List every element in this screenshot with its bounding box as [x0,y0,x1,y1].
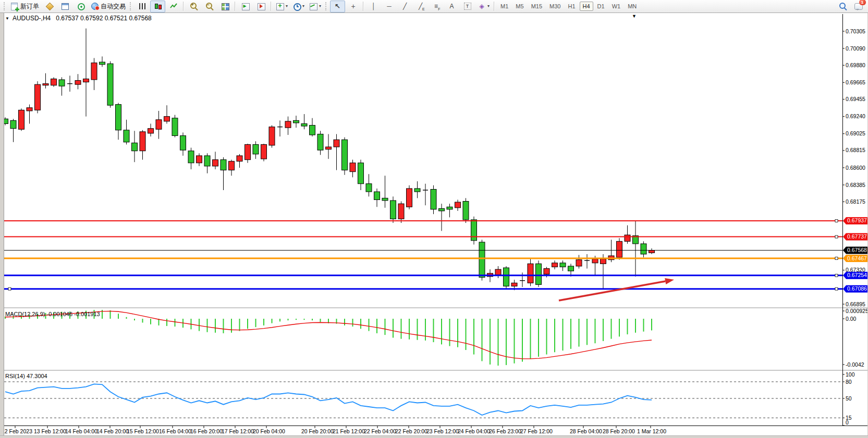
autotrade-button[interactable]: 自动交易 [89,1,128,12]
bull-candle [649,251,655,253]
timeframe-M1[interactable]: M1 [497,2,511,11]
timeframe-M5[interactable]: M5 [512,2,527,11]
horizontal-line-button[interactable]: ─ [382,1,397,12]
bear-candle [172,118,178,136]
vertical-line-button[interactable]: │ [366,1,381,12]
text-button[interactable]: A [444,1,459,12]
search-button[interactable] [835,1,850,12]
timeframe-M30[interactable]: M30 [546,2,564,11]
chart-title-bar[interactable]: ▼ AUDUSD-,H4 0.67537 0.67592 0.67521 0.6… [5,14,156,22]
crosshair-button[interactable]: + [346,1,361,12]
notifications-button[interactable]: 1 [851,1,866,12]
ohlc-values: 0.67537 0.67592 0.67521 0.67568 [56,15,152,22]
bull-candle [245,144,251,159]
line-handle[interactable] [8,287,11,290]
price-badge-label: 0.67568 [847,247,867,253]
bear-candle [310,126,315,135]
window-frame-bottom [0,435,868,438]
bull-candle [326,147,332,149]
axis-tick-label: 0.69665 [846,79,865,85]
templates-icon [309,2,317,10]
macd-histogram-bar [223,319,224,333]
chart-menu-arrow-icon[interactable]: ▼ [632,14,637,19]
timeframe-H4[interactable]: H4 [580,2,593,11]
navigator-button[interactable] [73,1,88,12]
line-handle[interactable] [835,219,838,222]
axis-tick-label: 0.68175 [846,198,865,205]
date-label: 26 Feb 23:00 [489,428,521,434]
bear-candle [116,105,121,130]
bull-candle [140,132,145,151]
indicators-icon: + [276,2,284,10]
new-order-button[interactable]: 新订单 [8,1,41,12]
macd-histogram-bar [215,319,216,333]
bull-candle [197,156,202,163]
timeframe-H1[interactable]: H1 [565,2,578,11]
date-label: 27 Feb 12:00 [520,428,553,434]
macd-histogram-bar [627,319,628,334]
tile-windows-button[interactable] [217,1,233,12]
candlestick-chart-button[interactable] [150,1,165,12]
bear-candle [180,136,186,151]
zoom-in-button[interactable]: + [186,1,201,12]
bear-candle [342,140,348,170]
toolbar-separator [494,2,495,11]
data-window-button[interactable] [57,1,72,12]
new-order-label: 新订单 [20,2,39,11]
line-handle[interactable] [835,257,838,260]
market-watch-button[interactable] [42,1,57,12]
periods-button[interactable]: ▾ [290,1,307,12]
line-chart-button[interactable] [166,1,181,12]
macd-histogram-bar [166,319,167,326]
indicators-button[interactable]: +▾ [274,1,290,12]
line-handle[interactable] [835,274,838,277]
line-handle[interactable] [835,287,838,290]
bear-candle [463,202,469,220]
macd-histogram-bar [619,319,620,336]
axis-tick-label: 50 [846,395,852,402]
auto-scroll-button[interactable]: ▶ [238,1,253,12]
macd-histogram-bar [651,319,652,330]
timeframe-D1[interactable]: D1 [594,2,608,11]
chart-shift-button[interactable] [253,1,268,12]
price-badge-label: 0.67737 [847,233,867,240]
date-label: 20 Feb 20:00 [301,428,334,434]
timeframe-MN[interactable]: MN [625,2,640,11]
macd-histogram-bar [376,319,377,333]
cursor-button[interactable]: ↖ [330,1,345,12]
bull-candle [398,204,404,219]
trendline-icon: ╱ [401,2,409,10]
bear-candle [221,160,226,170]
channel-button[interactable]: ╱E [413,1,428,12]
rsi-label: RSI(14) 47.3004 [5,373,47,379]
text-label-button[interactable]: T [460,1,475,12]
timeframe-W1[interactable]: W1 [609,2,624,11]
trendline-button[interactable]: ╱ [397,1,412,12]
bull-candle [148,129,154,133]
timeframe-M15[interactable]: M15 [528,2,545,11]
bull-candle [269,127,275,145]
arrows-button[interactable]: ◈▾ [475,1,492,12]
macd-histogram-bar [506,319,507,365]
zoom-out-icon: − [205,2,214,10]
bear-candle [366,184,372,192]
macd-histogram-bar [352,319,353,327]
templates-button[interactable]: ▾ [307,1,323,12]
zoom-out-button[interactable]: − [202,1,217,12]
macd-histogram-bar [563,319,564,351]
bar-chart-button[interactable] [135,1,150,12]
bear-candle [447,207,453,209]
macd-histogram-bar [611,319,612,339]
chart-background[interactable] [4,14,868,436]
fibonacci-button[interactable]: ≡F [429,1,444,12]
macd-histogram-bar [279,319,280,321]
macd-histogram-bar [482,319,483,361]
horizontal-line-icon: ─ [385,2,394,10]
periods-clock-icon [292,2,301,10]
axis-tick-label: 0 [846,419,849,426]
line-handle[interactable] [835,235,838,238]
bear-candle [317,134,323,150]
macd-histogram-bar [554,319,555,352]
chart-canvas[interactable]: 0.703050.700900.698800.696650.694550.692… [0,0,868,438]
bull-candle [213,160,218,166]
